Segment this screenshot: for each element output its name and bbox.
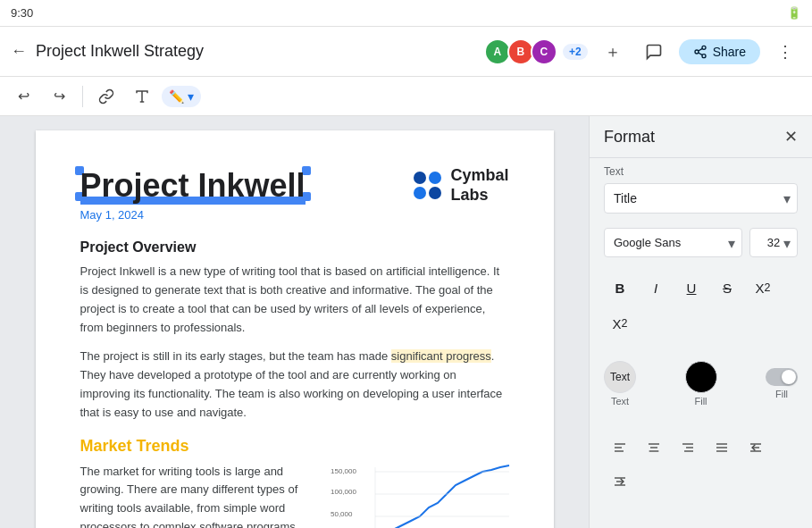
- svg-text:50,000: 50,000: [331, 510, 353, 518]
- time-display: 9:30: [11, 6, 33, 20]
- text-color-picker[interactable]: Text Text: [604, 361, 636, 406]
- undo-button[interactable]: ↩: [7, 80, 39, 113]
- alignment-row: [604, 432, 798, 498]
- company-logo: CymbalLabs: [414, 166, 508, 205]
- overview-heading: Project Overview: [80, 239, 509, 256]
- fill-toggle-switch[interactable]: [766, 368, 798, 386]
- list-row: ▾ 1.2.3. ▾: [604, 519, 798, 528]
- svg-point-1: [695, 50, 699, 54]
- more-options-button[interactable]: ⋮: [769, 36, 801, 68]
- font-row: Google Sans Arial Times New Roman ▾ 8101…: [604, 228, 798, 257]
- alignment-section: [590, 421, 812, 508]
- comments-button[interactable]: [638, 36, 670, 68]
- font-size-select[interactable]: 8101214 18243236: [749, 228, 798, 257]
- style-select[interactable]: Title Heading 1 Heading 2 Normal text: [604, 183, 798, 214]
- overview-body-2: The project is still in its early stages…: [80, 348, 509, 422]
- pen-tool-button[interactable]: ✏️ ▾: [162, 86, 201, 107]
- top-bar: 9:30 🔋: [0, 0, 812, 27]
- document-main-title: Project Inkwell: [80, 166, 306, 205]
- numbered-dropdown-button[interactable]: ▾: [732, 519, 749, 528]
- main-content: Project Inkwell May 1, 2024 CymbalLabs P…: [0, 116, 812, 528]
- fill-color-picker[interactable]: Fill: [685, 361, 717, 406]
- text-format-button[interactable]: [126, 80, 158, 113]
- superscript-button[interactable]: X2: [747, 272, 779, 304]
- svg-line-4: [698, 48, 702, 51]
- bullet-list-button[interactable]: [638, 519, 670, 528]
- numbered-list-button[interactable]: 1.2.3.: [699, 519, 731, 528]
- toolbar: ↩ ↪ ✏️ ▾: [0, 77, 812, 116]
- document-page: Project Inkwell May 1, 2024 CymbalLabs P…: [36, 130, 554, 528]
- document-area[interactable]: Project Inkwell May 1, 2024 CymbalLabs P…: [0, 116, 589, 528]
- highlighted-text: significant progress: [391, 349, 491, 363]
- text-color-label-inner: Text: [610, 371, 630, 383]
- logo-dot-4: [429, 187, 441, 199]
- format-header: Format ✕: [590, 116, 812, 158]
- link-button[interactable]: [90, 80, 122, 113]
- redo-button[interactable]: ↪: [43, 80, 75, 113]
- text-style-section: Text Title Heading 1 Heading 2 Normal te…: [590, 158, 812, 221]
- font-family-wrapper: Google Sans Arial Times New Roman ▾: [604, 228, 742, 257]
- doc-title-block: Project Inkwell May 1, 2024: [80, 166, 306, 222]
- text-formatting-section: B I U S X2 X2: [590, 264, 812, 347]
- italic-button[interactable]: I: [640, 272, 672, 304]
- avatar-3: C: [531, 38, 557, 65]
- back-button[interactable]: ←: [11, 42, 27, 61]
- strikethrough-button[interactable]: S: [711, 272, 743, 304]
- text-section-label: Text: [604, 165, 798, 178]
- svg-line-3: [698, 53, 702, 55]
- fill-toggle: Fill: [766, 368, 798, 399]
- align-justify-button[interactable]: [706, 432, 738, 464]
- market-heading: Market Trends: [80, 437, 509, 456]
- add-collaborator-button[interactable]: ＋: [597, 36, 629, 68]
- overview-body-1: Project Inkwell is a new type of writing…: [80, 263, 509, 337]
- market-section: The market for writing tools is large an…: [80, 463, 509, 528]
- logo-dots: [414, 172, 441, 199]
- font-section: Google Sans Arial Times New Roman ▾ 8101…: [590, 221, 812, 264]
- share-button[interactable]: Share: [679, 39, 760, 64]
- text-color-circle: Text: [604, 361, 636, 393]
- indent-increase-button[interactable]: [604, 465, 636, 498]
- logo-dot-3: [414, 187, 426, 199]
- svg-text:150,000: 150,000: [331, 467, 356, 475]
- extra-collaborators-badge: +2: [563, 44, 588, 60]
- pen-icon: ✏️: [169, 89, 184, 104]
- svg-point-2: [702, 54, 706, 57]
- app-header: ← Project Inkwell Strategy A B C +2 ＋ Sh…: [0, 27, 812, 77]
- style-select-wrapper: Title Heading 1 Heading 2 Normal text ▾: [604, 183, 798, 214]
- format-panel-title: Format: [604, 128, 655, 147]
- align-center-button[interactable]: [638, 432, 670, 464]
- fill-color-label: Fill: [694, 396, 707, 406]
- font-size-wrapper: 8101214 18243236 ▾: [749, 228, 798, 257]
- bold-button[interactable]: B: [604, 272, 636, 304]
- logo-dot-1: [414, 172, 426, 184]
- indent-decrease-button[interactable]: [740, 432, 772, 464]
- list-section: ▾ 1.2.3. ▾: [590, 508, 812, 528]
- market-chart: 150,000 100,000 50,000 0: [331, 463, 509, 528]
- market-body: The market for writing tools is large an…: [80, 463, 316, 528]
- doc-header-row: Project Inkwell May 1, 2024 CymbalLabs: [80, 166, 509, 222]
- format-close-button[interactable]: ✕: [784, 127, 798, 147]
- align-left-button[interactable]: [604, 432, 636, 464]
- bullet-dropdown-button[interactable]: ▾: [672, 519, 688, 528]
- text-color-label: Text: [611, 396, 629, 406]
- color-row: Text Text Fill Fill: [604, 361, 798, 406]
- color-section: Text Text Fill Fill: [590, 347, 812, 421]
- align-right-button[interactable]: [672, 432, 704, 464]
- pen-dropdown-arrow: ▾: [188, 89, 194, 104]
- underline-button[interactable]: U: [675, 272, 707, 304]
- subscript-button[interactable]: X2: [604, 307, 636, 339]
- company-name: CymbalLabs: [450, 166, 508, 205]
- document-title: Project Inkwell Strategy: [36, 42, 475, 61]
- collaborator-avatars: A B C +2: [484, 38, 588, 65]
- svg-point-0: [702, 46, 706, 49]
- logo-dot-2: [429, 172, 441, 184]
- fill-color-circle: [685, 361, 717, 393]
- format-panel: Format ✕ Text Title Heading 1 Heading 2 …: [589, 116, 812, 528]
- fill-toggle-knob: [782, 370, 796, 384]
- svg-text:100,000: 100,000: [331, 488, 356, 496]
- checklist-button[interactable]: [604, 519, 636, 528]
- document-date: May 1, 2024: [80, 208, 306, 222]
- toolbar-divider: [82, 86, 83, 107]
- font-family-select[interactable]: Google Sans Arial Times New Roman: [604, 228, 742, 257]
- formatting-tools-row: B I U S X2 X2: [604, 272, 798, 339]
